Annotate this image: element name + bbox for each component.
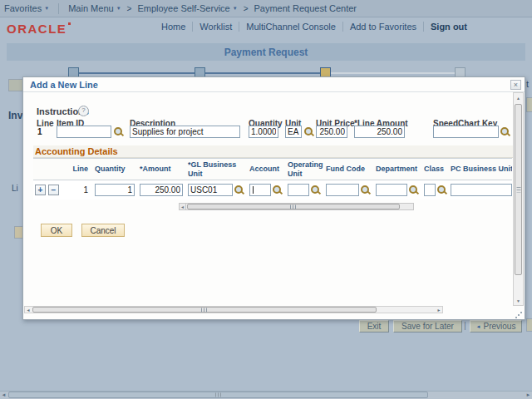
train-line-remaining — [325, 72, 460, 74]
breadcrumb-payment-request-center[interactable]: Payment Request Center — [254, 3, 357, 13]
accounting-details-title: Accounting Details — [35, 145, 513, 157]
breadcrumb-favorites[interactable]: Favorites ▼ — [4, 3, 49, 13]
modal-scroll-up-button[interactable]: ▲ — [514, 93, 523, 102]
row-quantity-input[interactable] — [95, 184, 135, 196]
accounting-details-header: Accounting Details — [33, 145, 513, 158]
previous-label: Previous — [484, 323, 516, 331]
grid-scrollbar-thumb[interactable] — [187, 204, 400, 209]
col-department: Department — [374, 165, 422, 173]
multichannel-console-link[interactable]: MultiChannel Console — [239, 22, 342, 32]
col-class: Class — [422, 165, 449, 173]
row-gl-business-unit-input[interactable] — [188, 184, 233, 196]
department-lookup-icon[interactable] — [409, 185, 419, 195]
exit-button[interactable]: Exit — [359, 320, 389, 332]
col-operating-unit: Operating Unit — [286, 160, 324, 178]
row-department-input[interactable] — [376, 184, 407, 196]
col-fund-code: Fund Code — [324, 165, 374, 173]
worklist-link[interactable]: Worklist — [192, 22, 239, 32]
add-new-line-modal: Add a New Line × Instructions ? Line Ite… — [22, 76, 525, 320]
ok-button[interactable]: OK — [41, 224, 72, 237]
description-input[interactable] — [130, 126, 240, 138]
accounting-grid-header: Line Quantity *Amount *GL Business Unit … — [33, 158, 512, 180]
modal-vertical-scrollbar: ▲ ▼ — [513, 92, 524, 306]
accounting-grid-row: + − 1 — [33, 180, 512, 200]
quantity-input[interactable] — [249, 126, 278, 138]
help-icon[interactable]: ? — [78, 106, 89, 116]
modal-hscrollbar-thumb[interactable] — [32, 307, 377, 313]
exit-label: Exit — [367, 323, 382, 331]
sign-out-link[interactable]: Sign out — [423, 22, 474, 32]
oracle-logo: ORACLE — [7, 22, 71, 36]
hidden-button-fragment — [526, 318, 532, 332]
save-for-later-label: Save for Later — [401, 323, 454, 331]
page-scrollbar-thumb[interactable] — [8, 392, 428, 398]
account-lookup-icon[interactable] — [273, 185, 283, 195]
speedchart-key-lookup-icon[interactable] — [500, 127, 510, 137]
line-number-value: 1 — [37, 127, 42, 136]
item-id-lookup-icon[interactable] — [114, 127, 124, 137]
breadcrumb-prc-label: Payment Request Center — [254, 3, 357, 13]
divider — [58, 3, 59, 14]
cancel-button[interactable]: Cancel — [81, 224, 125, 237]
modal-horizontal-scrollbar: ◄ ► — [24, 306, 443, 313]
breadcrumb-main-menu-label: Main Menu — [68, 3, 113, 13]
grid-scroll-left-button[interactable]: ◄ — [179, 203, 186, 210]
save-for-later-button[interactable]: Save for Later — [393, 320, 462, 332]
breadcrumb-favorites-label: Favorites — [4, 3, 42, 13]
unit-input[interactable] — [285, 126, 302, 138]
gl-business-unit-lookup-icon[interactable] — [234, 185, 244, 195]
delete-row-button[interactable]: − — [48, 185, 59, 195]
cancel-label: Cancel — [90, 226, 116, 235]
row-operating-unit-input[interactable] — [288, 184, 309, 196]
grid-horizontal-scrollbar: ◄ — [185, 203, 414, 210]
fund-code-lookup-icon[interactable] — [361, 185, 371, 195]
add-row-button[interactable]: + — [35, 185, 46, 195]
chevron-down-icon: ▼ — [44, 6, 49, 11]
hidden-button-fragment — [526, 97, 532, 112]
previous-button[interactable]: ◄ Previous — [470, 320, 522, 332]
breadcrumb-bar: Favorites ▼ Main Menu ▼ > Employee Self-… — [0, 0, 532, 17]
col-quantity: Quantity — [93, 165, 138, 173]
modal-scroll-left-button[interactable]: ◄ — [25, 307, 32, 313]
row-line-number: 1 — [70, 185, 93, 195]
close-icon[interactable]: × — [510, 80, 521, 90]
chevron-down-icon: ▼ — [233, 6, 238, 11]
modal-vscrollbar-thumb[interactable] — [515, 104, 522, 275]
col-line: Line — [70, 165, 93, 173]
col-amount: *Amount — [138, 165, 186, 173]
col-pc-business-unit: PC Business Unit — [449, 165, 512, 173]
col-gl-business-unit: *GL Business Unit — [186, 160, 248, 178]
home-link[interactable]: Home — [155, 22, 192, 32]
clipped-label: Li — [12, 184, 18, 193]
text-cursor — [253, 186, 254, 194]
modal-scroll-right-button[interactable]: ► — [436, 307, 442, 313]
scroll-left-button[interactable]: ◄ — [0, 391, 7, 399]
breadcrumb-ess-label: Employee Self-Service — [137, 3, 229, 13]
breadcrumb-separator: > — [127, 4, 132, 13]
operating-unit-lookup-icon[interactable] — [311, 185, 321, 195]
item-id-input[interactable] — [57, 126, 111, 138]
modal-scroll-down-button[interactable]: ▼ — [514, 296, 523, 305]
unit-lookup-icon[interactable] — [304, 127, 314, 137]
ok-label: OK — [51, 226, 62, 235]
line-amount-input[interactable] — [354, 126, 405, 138]
row-class-input[interactable] — [424, 184, 436, 196]
add-to-favorites-link[interactable]: Add to Favorites — [342, 22, 423, 32]
breadcrumb-employee-self-service[interactable]: Employee Self-Service ▼ — [137, 3, 237, 13]
resize-grip[interactable] — [515, 317, 517, 318]
unit-price-input[interactable] — [316, 126, 347, 138]
row-pc-business-unit-input[interactable] — [451, 184, 512, 196]
breadcrumb-main-menu[interactable]: Main Menu ▼ — [68, 3, 121, 13]
footer-separator: | — [464, 320, 466, 330]
chevron-down-icon: ▼ — [116, 6, 121, 11]
row-fund-code-input[interactable] — [326, 184, 359, 196]
page-title: Payment Request — [224, 47, 308, 58]
scroll-right-button[interactable]: ► — [525, 391, 532, 399]
page-title-band: Payment Request — [7, 43, 525, 61]
modal-title: Add a New Line — [30, 80, 98, 90]
accounting-grid: Line Quantity *Amount *GL Business Unit … — [33, 158, 512, 200]
breadcrumb-separator: > — [244, 4, 249, 13]
row-amount-input[interactable] — [140, 184, 183, 196]
class-lookup-icon[interactable] — [437, 185, 447, 195]
speedchart-key-input[interactable] — [433, 126, 499, 138]
